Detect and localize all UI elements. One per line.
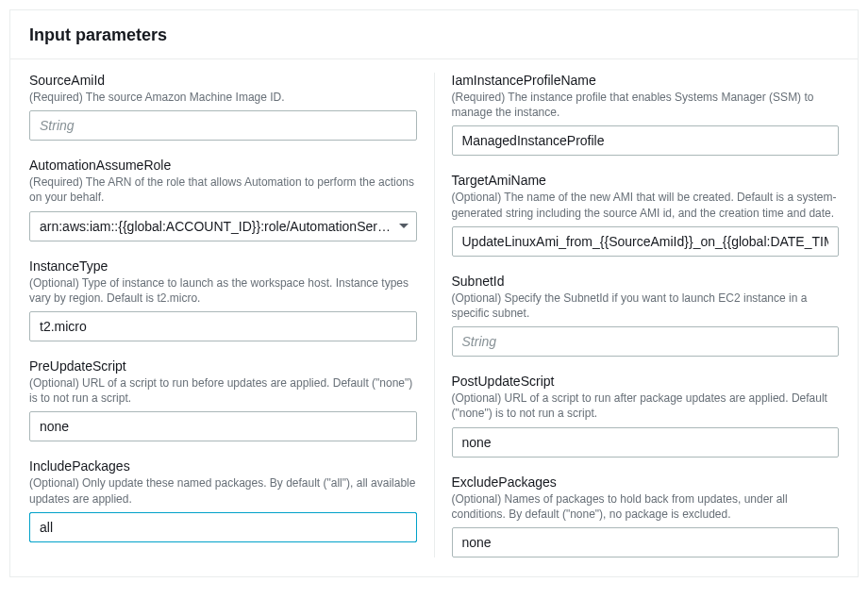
field-include-packages: IncludePackages (Optional) Only update t… <box>29 458 417 541</box>
field-target-ami-name: TargetAmiName (Optional) The name of the… <box>452 173 840 256</box>
instance-type-input[interactable] <box>29 311 417 341</box>
field-label: AutomationAssumeRole <box>29 158 417 173</box>
field-desc: (Required) The source Amazon Machine Ima… <box>29 90 417 105</box>
field-label: ExcludePackages <box>452 474 840 490</box>
field-desc: (Optional) The name of the new AMI that … <box>452 190 840 220</box>
field-desc: (Optional) Only update these named packa… <box>29 475 417 506</box>
automation-assume-role-select[interactable]: arn:aws:iam::{{global:ACCOUNT_ID}}:role/… <box>29 211 417 241</box>
field-subnet-id: SubnetId (Optional) Specify the SubnetId… <box>452 274 840 357</box>
field-desc: (Optional) Names of packages to hold bac… <box>452 491 840 522</box>
field-source-ami-id: SourceAmiId (Required) The source Amazon… <box>29 73 417 141</box>
field-desc: (Optional) URL of a script to run after … <box>452 391 840 421</box>
field-exclude-packages: ExcludePackages (Optional) Names of pack… <box>452 474 840 557</box>
field-automation-assume-role: AutomationAssumeRole (Required) The ARN … <box>29 158 417 241</box>
target-ami-name-input[interactable] <box>452 226 840 257</box>
right-column: IamInstanceProfileName (Required) The in… <box>434 73 840 557</box>
field-label: IncludePackages <box>29 458 417 474</box>
field-desc: (Optional) URL of a script to run before… <box>29 375 417 406</box>
pre-update-script-input[interactable] <box>29 411 417 441</box>
field-desc: (Optional) Specify the SubnetId if you w… <box>452 291 840 321</box>
field-desc: (Required) The ARN of the role that allo… <box>29 175 417 205</box>
field-post-update-script: PostUpdateScript (Optional) URL of a scr… <box>452 374 840 457</box>
left-column: SourceAmiId (Required) The source Amazon… <box>29 73 434 557</box>
iam-instance-profile-name-input[interactable] <box>452 125 840 156</box>
panel-title: Input parameters <box>29 25 839 45</box>
subnet-id-input[interactable] <box>452 326 840 357</box>
field-label: PostUpdateScript <box>452 374 840 389</box>
field-label: PreUpdateScript <box>29 358 417 374</box>
post-update-script-input[interactable] <box>452 427 840 458</box>
field-label: IamInstanceProfileName <box>452 73 840 88</box>
input-parameters-panel: Input parameters SourceAmiId (Required) … <box>9 9 859 577</box>
field-label: InstanceType <box>29 258 417 274</box>
field-desc: (Optional) Type of instance to launch as… <box>29 275 417 306</box>
field-label: SourceAmiId <box>29 73 417 88</box>
field-desc: (Required) The instance profile that ena… <box>452 90 840 120</box>
automation-assume-role-select-wrap: arn:aws:iam::{{global:ACCOUNT_ID}}:role/… <box>29 211 417 241</box>
panel-header: Input parameters <box>10 10 858 59</box>
field-iam-instance-profile-name: IamInstanceProfileName (Required) The in… <box>452 73 840 156</box>
include-packages-input[interactable] <box>29 512 417 542</box>
panel-body: SourceAmiId (Required) The source Amazon… <box>10 59 858 576</box>
field-label: SubnetId <box>452 274 840 289</box>
field-pre-update-script: PreUpdateScript (Optional) URL of a scri… <box>29 358 417 441</box>
source-ami-id-input[interactable] <box>29 110 417 141</box>
exclude-packages-input[interactable] <box>452 527 840 557</box>
field-label: TargetAmiName <box>452 173 840 188</box>
field-instance-type: InstanceType (Optional) Type of instance… <box>29 258 417 341</box>
